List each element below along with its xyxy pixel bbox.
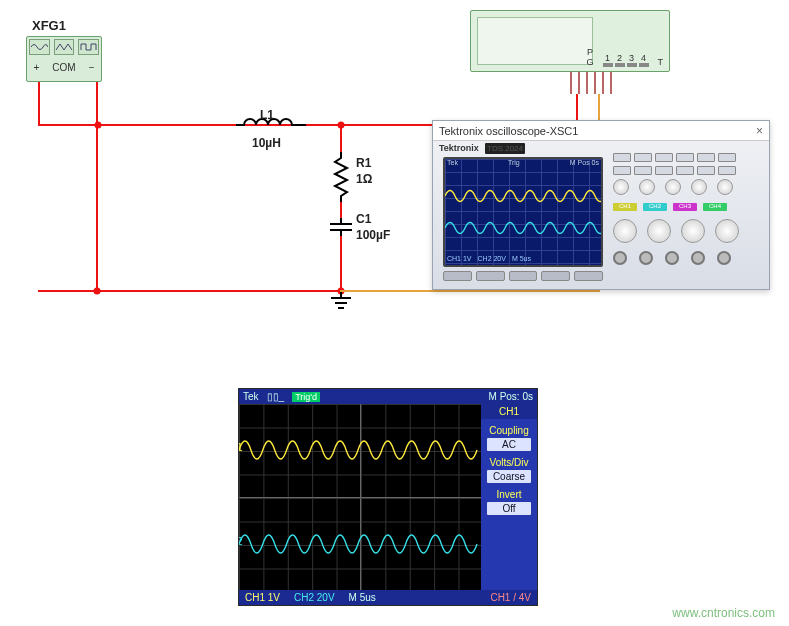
close-icon[interactable]: × bbox=[756, 124, 763, 138]
scale-knob[interactable] bbox=[715, 219, 739, 243]
big-bot-trig: CH1 / 4V bbox=[490, 592, 531, 603]
mini-top-pos: M Pos 0s bbox=[570, 159, 599, 169]
oscilloscope-screenshot: Tek ▯▯_ Trig'd M Pos: 0s CH1 Coupling AC… bbox=[238, 388, 538, 606]
big-bot-ch1: CH1 1V bbox=[245, 592, 280, 603]
bnc-ch1[interactable] bbox=[613, 251, 627, 265]
wire bbox=[340, 250, 342, 292]
wire bbox=[38, 124, 234, 126]
wire bbox=[340, 124, 342, 154]
wire bbox=[38, 82, 40, 124]
wire-node bbox=[94, 288, 101, 295]
xfg1-minus: − bbox=[89, 62, 95, 73]
big-trace-ch1 bbox=[239, 432, 481, 468]
big-scope-side-menu[interactable]: CH1 Coupling AC Volts/Div Coarse Invert … bbox=[481, 404, 537, 590]
scale-knob[interactable] bbox=[647, 219, 671, 243]
mini-trace-ch1 bbox=[445, 185, 601, 207]
scope-mini-display: Tek Trig M Pos 0s CH1 1V CH2 20V M 5us bbox=[443, 157, 603, 267]
position-knob[interactable] bbox=[639, 179, 655, 195]
side-invert-value[interactable]: Off bbox=[487, 502, 531, 515]
probe-wire bbox=[340, 290, 600, 292]
l1-value: 10µH bbox=[252, 136, 281, 150]
scope-window-title: Tektronix oscilloscope-XSC1 bbox=[439, 125, 578, 137]
side-coupling-value[interactable]: AC bbox=[487, 438, 531, 451]
scope-channel-nums: 1234 bbox=[602, 53, 650, 67]
scope-pg-label: P G bbox=[586, 47, 593, 67]
watermark: www.cntronics.com bbox=[672, 606, 775, 620]
xfg1-label: XFG1 bbox=[32, 18, 66, 33]
wave-sine-icon[interactable] bbox=[29, 39, 50, 55]
side-volts-value[interactable]: Coarse bbox=[487, 470, 531, 483]
xfg1-plus: + bbox=[33, 62, 39, 73]
scope-control-panel[interactable]: CH1 CH2 CH3 CH4 bbox=[613, 153, 763, 283]
c1-ref: C1 bbox=[356, 212, 371, 226]
mini-top-trig: Trig bbox=[508, 159, 520, 169]
big-scope-status-top: Tek ▯▯_ Trig'd M Pos: 0s bbox=[239, 389, 537, 404]
mini-bot-ch1: CH1 1V bbox=[447, 255, 472, 265]
mini-trace-ch2 bbox=[445, 217, 601, 239]
scope-window-body: Tektronix TDS 2024 Tek Trig M Pos 0s CH1… bbox=[433, 141, 769, 289]
big-trace-ch2 bbox=[239, 526, 481, 562]
c1-value: 100µF bbox=[356, 228, 390, 242]
mini-bot-ch2: CH2 20V bbox=[478, 255, 506, 265]
wire bbox=[340, 236, 342, 252]
scale-knob[interactable] bbox=[613, 219, 637, 243]
wave-square-icon[interactable] bbox=[78, 39, 99, 55]
scope-brand: Tektronix bbox=[439, 143, 479, 153]
big-top-trigd: Trig'd bbox=[292, 392, 320, 402]
wire bbox=[306, 124, 434, 126]
resistor-r1 bbox=[331, 152, 351, 202]
side-header: CH1 bbox=[481, 404, 537, 419]
wave-triangle-icon[interactable] bbox=[54, 39, 75, 55]
scope-model: TDS 2024 bbox=[485, 143, 525, 154]
oscilloscope-window[interactable]: Tektronix oscilloscope-XSC1 × Tektronix … bbox=[432, 120, 770, 290]
position-knob[interactable] bbox=[691, 179, 707, 195]
big-top-mpos: M Pos: 0s bbox=[489, 391, 533, 402]
scope-probe-pins bbox=[570, 72, 612, 94]
big-top-tek: Tek bbox=[243, 391, 259, 402]
position-knob[interactable] bbox=[665, 179, 681, 195]
side-coupling-label: Coupling bbox=[481, 425, 537, 436]
bnc-ch4[interactable] bbox=[691, 251, 705, 265]
capacitor-c1 bbox=[326, 218, 356, 238]
function-generator[interactable]: + COM − bbox=[26, 36, 102, 82]
r1-value: 1Ω bbox=[356, 172, 372, 186]
wire-node bbox=[338, 122, 345, 129]
big-bot-ch2: CH2 20V bbox=[294, 592, 335, 603]
run-stop-icon: ▯▯_ bbox=[267, 391, 285, 402]
position-knob[interactable] bbox=[717, 179, 733, 195]
scope-soft-buttons[interactable] bbox=[443, 271, 603, 285]
big-bot-time: M 5us bbox=[349, 592, 376, 603]
scope-device-screen bbox=[477, 17, 593, 65]
scope-t-label: T bbox=[658, 57, 664, 67]
l1-ref: L1 bbox=[260, 108, 274, 122]
scope-window-titlebar[interactable]: Tektronix oscilloscope-XSC1 × bbox=[433, 121, 769, 141]
bnc-ext[interactable] bbox=[717, 251, 731, 265]
mini-bot-time: M 5us bbox=[512, 255, 531, 265]
bnc-ch2[interactable] bbox=[639, 251, 653, 265]
side-volts-label: Volts/Div bbox=[481, 457, 537, 468]
bnc-ch3[interactable] bbox=[665, 251, 679, 265]
schematic-canvas: XFG1 + COM − P G 1234 T bbox=[0, 0, 789, 626]
side-invert-label: Invert bbox=[481, 489, 537, 500]
big-scope-plot: 1 2 bbox=[239, 404, 481, 590]
scale-knob[interactable] bbox=[681, 219, 705, 243]
r1-ref: R1 bbox=[356, 156, 371, 170]
position-knob[interactable] bbox=[613, 179, 629, 195]
ground-symbol bbox=[329, 292, 353, 312]
xfg1-com: COM bbox=[52, 62, 75, 73]
mini-top-tek: Tek bbox=[447, 159, 458, 169]
wire bbox=[96, 124, 98, 292]
oscilloscope-device[interactable]: P G 1234 T bbox=[470, 10, 670, 72]
big-scope-status-bottom: CH1 1V CH2 20V M 5us CH1 / 4V bbox=[239, 590, 537, 605]
